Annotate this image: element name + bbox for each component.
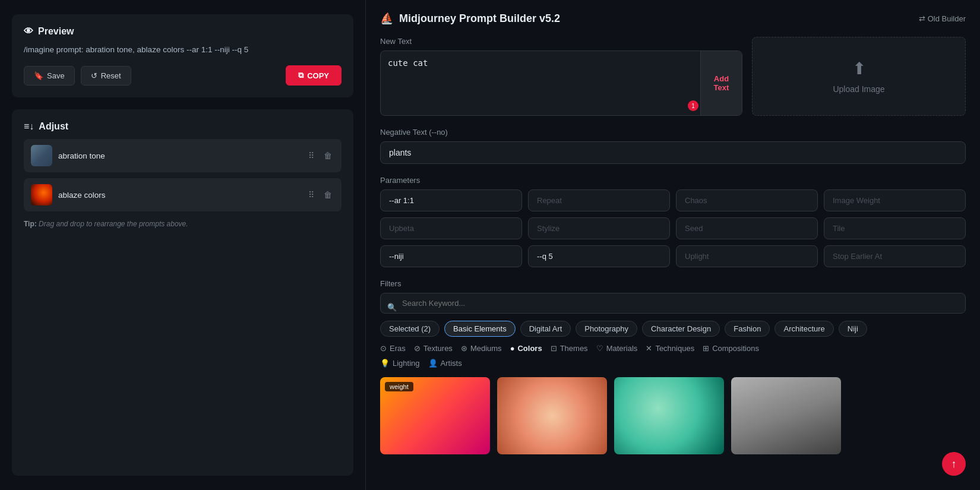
switch-icon: ⇄ bbox=[919, 14, 925, 23]
compositions-icon: ⊞ bbox=[703, 344, 709, 353]
param-upbeta[interactable] bbox=[380, 217, 522, 239]
old-builder-label: Old Builder bbox=[928, 14, 966, 23]
filter-tag-architecture[interactable]: Architecture bbox=[774, 321, 833, 337]
reset-icon: ↺ bbox=[91, 71, 97, 80]
thumb-card-4[interactable] bbox=[731, 377, 841, 454]
preview-section: 👁 Preview /imagine prompt: abration tone… bbox=[12, 14, 353, 97]
param-chaos[interactable] bbox=[676, 189, 818, 211]
prompt-thumb-ablaze bbox=[31, 184, 52, 206]
drag-handle-ablaze[interactable]: ⠿ bbox=[306, 189, 317, 201]
copy-label: COPY bbox=[307, 71, 329, 80]
sub-cat-lighting[interactable]: 💡 Lighting bbox=[380, 359, 420, 368]
negative-text-input[interactable] bbox=[380, 141, 966, 164]
text-input-area: New Text cute cat AddText 1 bbox=[380, 37, 742, 116]
param-ar[interactable] bbox=[380, 189, 522, 211]
new-text-input[interactable]: cute cat bbox=[381, 51, 700, 115]
category-techniques[interactable]: ✕ Techniques bbox=[646, 344, 694, 353]
filter-tag-niji[interactable]: Niji bbox=[839, 321, 867, 337]
copy-button[interactable]: ⧉ COPY bbox=[286, 65, 342, 86]
filter-tag-character[interactable]: Character Design bbox=[642, 321, 720, 337]
techniques-label: Techniques bbox=[655, 344, 694, 353]
param-seed[interactable] bbox=[676, 217, 818, 239]
filter-tag-selected[interactable]: Selected (2) bbox=[380, 321, 440, 337]
left-panel: 👁 Preview /imagine prompt: abration tone… bbox=[0, 0, 365, 490]
filter-tags: Selected (2) Basic Elements Digital Art … bbox=[380, 321, 966, 337]
char-count-badge: 1 bbox=[688, 100, 698, 111]
prompt-thumb-abration bbox=[31, 145, 52, 166]
params-grid bbox=[380, 189, 966, 267]
new-text-label: New Text bbox=[380, 37, 742, 46]
negative-section: Negative Text (--no) bbox=[380, 128, 966, 164]
text-box-wrapper: cute cat AddText 1 bbox=[380, 50, 742, 116]
save-label: Save bbox=[47, 71, 65, 80]
new-text-section: New Text cute cat AddText 1 ⬆ Upload Ima… bbox=[380, 37, 966, 116]
category-mediums[interactable]: ⊛ Mediums bbox=[461, 344, 502, 353]
filter-search-input[interactable] bbox=[380, 293, 966, 314]
param-stylize[interactable] bbox=[528, 217, 670, 239]
eras-icon: ⊙ bbox=[380, 344, 387, 353]
app-title-text: Midjourney Prompt Builder v5.2 bbox=[399, 12, 560, 25]
category-eras[interactable]: ⊙ Eras bbox=[380, 344, 406, 353]
param-uplight[interactable] bbox=[676, 245, 818, 267]
themes-icon: ⊡ bbox=[551, 344, 557, 353]
upload-label: Upload Image bbox=[833, 84, 884, 94]
category-themes[interactable]: ⊡ Themes bbox=[551, 344, 588, 353]
thumb-card-3[interactable] bbox=[614, 377, 724, 454]
upload-icon: ⬆ bbox=[852, 59, 866, 78]
prompt-item-2: ablaze colors ⠿ 🗑 bbox=[24, 178, 342, 211]
parameters-label: Parameters bbox=[380, 176, 966, 185]
prompt-preview-text: /imagine prompt: abration tone, ablaze c… bbox=[24, 44, 342, 56]
drag-handle-abration[interactable]: ⠿ bbox=[306, 150, 317, 162]
reset-button[interactable]: ↺ Reset bbox=[81, 66, 131, 86]
mediums-icon: ⊛ bbox=[461, 344, 467, 353]
eras-label: Eras bbox=[390, 344, 406, 353]
prompt-label-abration: abration tone bbox=[58, 151, 300, 160]
upload-box[interactable]: ⬆ Upload Image bbox=[752, 37, 966, 116]
scroll-to-top-button[interactable]: ↑ bbox=[942, 452, 966, 476]
prompt-item: abration tone ⠿ 🗑 bbox=[24, 139, 342, 172]
prompt-label-ablaze: ablaze colors bbox=[58, 191, 300, 200]
save-icon: 🔖 bbox=[34, 71, 43, 80]
negative-label: Negative Text (--no) bbox=[380, 128, 966, 137]
thumb-card-weight[interactable]: weight bbox=[380, 377, 490, 454]
filter-tag-fashion[interactable]: Fashion bbox=[725, 321, 770, 337]
filter-tag-basic[interactable]: Basic Elements bbox=[444, 321, 516, 337]
tip-text: Tip: Drag and drop to rearrange the prom… bbox=[24, 220, 342, 228]
textures-icon: ⊘ bbox=[414, 344, 421, 353]
param-stop[interactable] bbox=[824, 245, 966, 267]
param-repeat[interactable] bbox=[528, 189, 670, 211]
techniques-icon: ✕ bbox=[646, 344, 652, 353]
param-quality[interactable] bbox=[528, 245, 670, 267]
artists-label: Artists bbox=[441, 359, 462, 368]
materials-icon: ♡ bbox=[596, 344, 603, 353]
filter-tag-photography[interactable]: Photography bbox=[576, 321, 637, 337]
right-panel: ⛵ Midjourney Prompt Builder v5.2 ⇄ Old B… bbox=[366, 0, 980, 490]
save-button[interactable]: 🔖 Save bbox=[24, 66, 75, 86]
prompt-actions-abration: ⠿ 🗑 bbox=[306, 150, 334, 162]
filter-tag-digital[interactable]: Digital Art bbox=[520, 321, 571, 337]
category-compositions[interactable]: ⊞ Compositions bbox=[703, 344, 759, 353]
old-builder-link[interactable]: ⇄ Old Builder bbox=[919, 14, 966, 23]
sub-cat-artists[interactable]: 👤 Artists bbox=[428, 359, 462, 368]
lighting-icon: 💡 bbox=[380, 359, 390, 368]
copy-icon: ⧉ bbox=[298, 71, 304, 80]
textures-label: Textures bbox=[423, 344, 453, 353]
param-image-weight[interactable] bbox=[824, 189, 966, 211]
param-tile[interactable] bbox=[824, 217, 966, 239]
filters-label: Filters bbox=[380, 279, 966, 288]
tip-bold: Tip: bbox=[24, 220, 37, 228]
category-colors[interactable]: ● Colors bbox=[510, 344, 542, 353]
sub-category-tags: 💡 Lighting 👤 Artists bbox=[380, 359, 966, 368]
lighting-label: Lighting bbox=[393, 359, 420, 368]
category-textures[interactable]: ⊘ Textures bbox=[414, 344, 453, 353]
delete-abration[interactable]: 🗑 bbox=[321, 150, 334, 162]
artists-icon: 👤 bbox=[428, 359, 438, 368]
thumb-label-weight: weight bbox=[385, 382, 413, 391]
preview-title: Preview bbox=[38, 26, 74, 37]
add-text-button[interactable]: AddText bbox=[700, 51, 742, 115]
thumb-card-2[interactable] bbox=[497, 377, 607, 454]
param-niji[interactable] bbox=[380, 245, 522, 267]
category-materials[interactable]: ♡ Materials bbox=[596, 344, 638, 353]
delete-ablaze[interactable]: 🗑 bbox=[321, 189, 334, 201]
adjust-section: ≡↓ Adjust abration tone ⠿ 🗑 ablaze color… bbox=[12, 109, 353, 476]
